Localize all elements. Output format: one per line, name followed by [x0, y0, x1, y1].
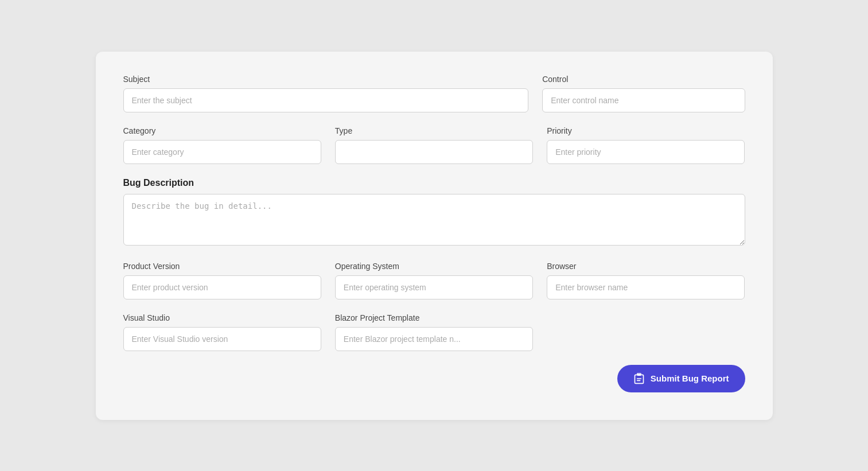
visual-studio-label: Visual Studio [123, 313, 321, 322]
operating-system-group: Operating System [335, 262, 533, 299]
submit-button-label: Submit Bug Report [651, 373, 729, 383]
category-group: Category [123, 126, 321, 164]
subject-control-row: Subject Control [123, 75, 745, 112]
category-input[interactable] [123, 140, 321, 164]
bug-description-label: Bug Description [123, 178, 745, 188]
browser-label: Browser [547, 262, 745, 271]
subject-input[interactable] [123, 88, 529, 112]
submit-bug-report-button[interactable]: Submit Bug Report [617, 365, 745, 392]
priority-label: Priority [547, 126, 745, 135]
priority-input[interactable] [547, 140, 745, 164]
version-os-browser-row: Product Version Operating System Browser [123, 262, 745, 299]
visual-studio-group: Visual Studio [123, 313, 321, 351]
operating-system-label: Operating System [335, 262, 533, 271]
blazor-template-label: Blazor Project Template [335, 313, 533, 322]
bug-description-section: Bug Description [123, 178, 745, 248]
vs-blazor-row: Visual Studio Blazor Project Template [123, 313, 745, 351]
category-type-priority-row: Category Type Bug report Priority [123, 126, 745, 164]
subject-label: Subject [123, 75, 529, 84]
blazor-template-input[interactable] [335, 327, 533, 351]
bug-description-textarea[interactable] [123, 194, 745, 246]
product-version-input[interactable] [123, 275, 321, 299]
browser-input[interactable] [547, 275, 745, 299]
product-version-group: Product Version [123, 262, 321, 299]
bug-report-form: Subject Control Category Type Bug report… [96, 52, 773, 420]
clipboard-icon [633, 373, 645, 384]
priority-group: Priority [547, 126, 745, 164]
submit-row: Submit Bug Report [123, 365, 745, 392]
control-group: Control [542, 75, 745, 112]
type-label: Type [335, 126, 533, 135]
product-version-label: Product Version [123, 262, 321, 271]
control-label: Control [542, 75, 745, 84]
type-input[interactable]: Bug report [335, 140, 533, 164]
visual-studio-input[interactable] [123, 327, 321, 351]
control-input[interactable] [542, 88, 745, 112]
subject-group: Subject [123, 75, 529, 112]
blazor-template-group: Blazor Project Template [335, 313, 533, 351]
category-label: Category [123, 126, 321, 135]
browser-group: Browser [547, 262, 745, 299]
type-group: Type Bug report [335, 126, 533, 164]
operating-system-input[interactable] [335, 275, 533, 299]
